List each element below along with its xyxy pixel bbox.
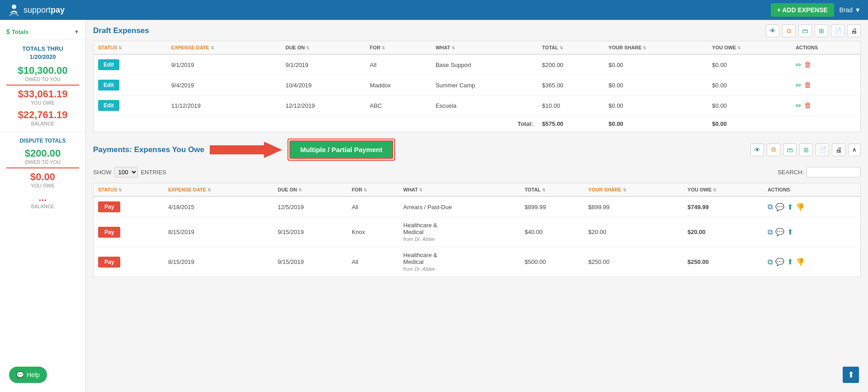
sort-arrows[interactable]: ⇅ — [118, 188, 122, 192]
col-header-your-share: Your Share ⇅ — [604, 41, 708, 55]
pay-status-cell: Pay — [94, 217, 164, 247]
sidebar-totals-header[interactable]: $ Totals ▼ — [0, 24, 85, 39]
upload-icon[interactable]: ⬆ — [787, 228, 793, 236]
col-header-due-on: Due On ⇅ — [281, 41, 365, 55]
pay-due-on-cell: 9/15/2019 — [273, 247, 347, 277]
edit-icon[interactable]: ✏ — [796, 81, 802, 90]
dispute-owed-to-you-amount: $200.00 — [6, 148, 79, 159]
pay-actions-cell: ⧉ 💬 ⬆ 👎 — [763, 247, 861, 277]
payments-db-button[interactable]: 🗃 — [783, 143, 797, 156]
sort-arrows-status[interactable]: ⇅ — [118, 46, 122, 50]
pay-expense-date-cell: 8/15/2019 — [164, 217, 273, 247]
dispute-you-owe-amount: $0.00 — [6, 171, 79, 183]
payments-right-tools: 👁 ⧉ 🗃 ⊞ 📄 🖨 — [750, 143, 861, 156]
pay-you-owe-cell: $20.00 — [683, 217, 763, 247]
payments-excel-button[interactable]: ⊞ — [799, 143, 813, 156]
sort-arrows[interactable]: ⇅ — [419, 188, 423, 192]
comment-icon[interactable]: 💬 — [775, 203, 784, 211]
edit-button[interactable]: Edit — [98, 59, 119, 70]
edit-icon[interactable]: ✏ — [796, 61, 802, 69]
pay-actions-cell: ⧉ 💬 ⬆ 👎 — [763, 196, 861, 217]
print-icon: 🖨 — [835, 146, 842, 153]
logo: supportsupportpaypay — [7, 3, 65, 17]
sidebar-totals-label: $ Totals — [6, 28, 28, 35]
sort-arrows-for[interactable]: ⇅ — [382, 46, 385, 50]
delete-icon[interactable]: 🗑 — [804, 101, 811, 110]
payments-print-button[interactable]: 🖨 — [832, 143, 845, 156]
dislike-icon[interactable]: 👎 — [796, 258, 805, 266]
sort-arrows-you-owe[interactable]: ⇅ — [737, 46, 741, 50]
copy-icon[interactable]: ⧉ — [768, 203, 773, 211]
delete-icon[interactable]: 🗑 — [804, 61, 811, 69]
edit-icon[interactable]: ✏ — [796, 101, 802, 110]
pay-button[interactable]: Pay — [98, 227, 120, 238]
excel-icon-button[interactable]: ⊞ — [815, 24, 828, 37]
payments-pdf-button[interactable]: 📄 — [816, 143, 829, 156]
add-expense-button[interactable]: + ADD EXPENSE — [771, 3, 834, 17]
sort-arrows[interactable]: ⇅ — [298, 188, 302, 192]
print-icon: 🖨 — [851, 27, 857, 34]
sort-arrows-expense-date[interactable]: ⇅ — [211, 46, 214, 50]
draft-expense-date-cell: 11/12/2019 — [167, 96, 281, 116]
draft-total-cell: $200.00 — [538, 54, 604, 75]
search-input[interactable] — [807, 167, 861, 177]
pay-col-header-due-on: Due On ⇅ — [273, 183, 347, 197]
view-icon-button[interactable]: 👁 — [766, 24, 779, 37]
partial-payment-button[interactable]: Multiple / Partial Payment — [289, 140, 393, 159]
balance-amount: $22,761.19 — [6, 109, 79, 121]
edit-button[interactable]: Edit — [98, 100, 119, 111]
draft-total-cell: $365.00 — [538, 75, 604, 96]
pay-col-header-actions: Actions — [763, 183, 861, 197]
show-entries: SHOW 100 ENTRIES — [93, 164, 166, 180]
draft-expenses-table-header: Status ⇅ Expense Date ⇅ Due On ⇅ For ⇅ — [94, 41, 861, 55]
pay-you-owe-cell: $749.99 — [683, 196, 763, 217]
pay-button[interactable]: Pay — [98, 201, 120, 212]
payments-collapse-button[interactable]: ∧ — [848, 143, 861, 156]
draft-your-share-cell: $0.00 — [604, 96, 708, 116]
upload-icon[interactable]: ⬆ — [787, 203, 793, 211]
upload-icon[interactable]: ⬆ — [787, 258, 793, 266]
payments-header: Payments: Expenses You Owe Multiple / Pa… — [93, 139, 861, 161]
sort-arrows[interactable]: ⇅ — [623, 188, 627, 192]
comment-icon[interactable]: 💬 — [775, 258, 784, 266]
delete-icon[interactable]: 🗑 — [804, 81, 811, 89]
payments-section: Payments: Expenses You Owe Multiple / Pa… — [93, 139, 861, 277]
pay-total-cell: $899.99 — [520, 196, 584, 217]
sort-arrows[interactable]: ⇅ — [208, 188, 211, 192]
help-button[interactable]: 💬 Help — [9, 367, 47, 383]
comment-icon[interactable]: 💬 — [775, 228, 784, 236]
pay-what-cell: Arrears / Past-Due — [399, 196, 520, 217]
draft-actions-cell: ✏ 🗑 — [791, 96, 861, 116]
copy-icon-button[interactable]: ⧉ — [782, 24, 796, 37]
sort-arrows-your-share[interactable]: ⇅ — [643, 46, 646, 50]
sort-arrows[interactable]: ⇅ — [363, 188, 367, 192]
print-icon-button[interactable]: 🖨 — [847, 24, 861, 37]
sort-arrows[interactable]: ⇅ — [542, 188, 546, 192]
payments-copy-button[interactable]: ⧉ — [767, 143, 780, 156]
user-menu-button[interactable]: Brad ▼ — [840, 6, 861, 14]
draft-expenses-table: Status ⇅ Expense Date ⇅ Due On ⇅ For ⇅ — [93, 41, 861, 132]
pay-you-owe-cell: $250.00 — [683, 247, 763, 277]
scroll-top-button[interactable]: ⬆ — [843, 367, 859, 383]
payments-view-button[interactable]: 👁 — [750, 143, 764, 156]
sort-arrows-total[interactable]: ⇅ — [560, 46, 563, 50]
sort-arrows[interactable]: ⇅ — [713, 188, 717, 192]
dispute-totals-section: DISPUTE TOTALS $200.00 Owed to You $0.00… — [0, 132, 85, 215]
pay-for-cell: All — [347, 196, 399, 217]
table-row: Pay 8/15/2019 9/15/2019 Knox Healthcare … — [94, 217, 861, 247]
dislike-icon[interactable]: 👎 — [796, 203, 805, 211]
pay-your-share-cell: $250.00 — [584, 247, 683, 277]
pdf-icon-button[interactable]: 📄 — [831, 24, 844, 37]
payments-table-header: Status ⇅ Expense Date ⇅ Due On ⇅ Fo — [94, 183, 861, 197]
db-icon-button[interactable]: 🗃 — [798, 24, 812, 37]
draft-actions-cell: ✏ 🗑 — [791, 75, 861, 96]
entries-select[interactable]: 100 — [114, 167, 138, 177]
sort-arrows-what[interactable]: ⇅ — [452, 46, 455, 50]
edit-button[interactable]: Edit — [98, 80, 119, 91]
search-area: SEARCH: — [778, 167, 861, 177]
sort-arrows-due-on[interactable]: ⇅ — [306, 46, 310, 50]
copy-icon[interactable]: ⧉ — [768, 258, 773, 266]
copy-icon[interactable]: ⧉ — [768, 228, 773, 236]
pay-button[interactable]: Pay — [98, 257, 120, 268]
chevron-up-icon: ∧ — [852, 146, 857, 153]
